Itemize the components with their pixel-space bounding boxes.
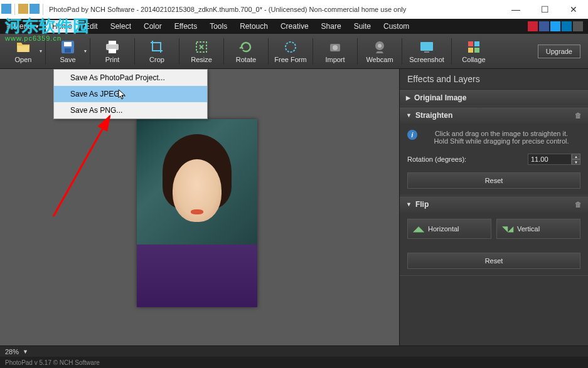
screenshot-icon: [419, 39, 434, 55]
flip-header[interactable]: ▼ Flip 🗑: [400, 196, 588, 213]
svg-point-10: [378, 44, 382, 48]
svg-rect-5: [109, 49, 116, 53]
printer-icon: [105, 39, 120, 55]
rotation-down[interactable]: ▼: [572, 159, 580, 165]
screenshot-button[interactable]: Screenshot: [404, 35, 450, 68]
tab-color[interactable]: Color: [137, 20, 168, 33]
share-icon[interactable]: [573, 21, 583, 31]
flip-horizontal-icon: ◢◣: [413, 224, 424, 233]
footer: PhotoPad v 5.17 © NCH Software: [0, 357, 588, 368]
chevron-down-icon: ▼: [406, 201, 412, 208]
menubar: ≡Menu▼ Home Edit Select Color Effects To…: [0, 19, 588, 34]
chevron-down-icon: ▼: [406, 112, 412, 118]
webcam-icon: [372, 39, 387, 55]
tab-retouch[interactable]: Retouch: [233, 20, 274, 33]
flip-horizontal-button[interactable]: ◢◣ Horizontal: [407, 219, 491, 239]
svg-rect-14: [474, 41, 479, 46]
straighten-reset-button[interactable]: Reset: [407, 172, 580, 189]
statusbar: 28% ▼: [0, 345, 588, 357]
trash-icon[interactable]: 🗑: [575, 201, 582, 208]
tab-select[interactable]: Select: [104, 20, 137, 33]
tab-edit[interactable]: Edit: [78, 20, 104, 33]
svg-rect-13: [468, 41, 473, 46]
menu-button[interactable]: ≡Menu▼: [0, 20, 46, 33]
tab-effects[interactable]: Effects: [168, 20, 203, 33]
titlebar: PhotoPad by NCH Software - 2014021021530…: [0, 0, 588, 19]
rotation-input[interactable]: [528, 154, 572, 165]
print-button[interactable]: Print: [92, 35, 133, 68]
twitter-icon[interactable]: [550, 21, 560, 31]
flip-reset-button[interactable]: Reset: [407, 253, 580, 269]
tab-share[interactable]: Share: [315, 20, 348, 33]
canvas-area[interactable]: Save As PhotoPad Project... Save As JPEG…: [0, 69, 399, 345]
close-button[interactable]: ✕: [559, 0, 588, 19]
info-icon: i: [407, 130, 417, 140]
freeform-button[interactable]: Free Form: [270, 35, 311, 68]
import-button[interactable]: Import: [314, 35, 356, 68]
resize-button[interactable]: Resize: [181, 35, 222, 68]
effects-panel: Effects and Layers ▶ Original Image ▼ St…: [399, 69, 588, 345]
svg-rect-12: [424, 51, 429, 53]
flip-vertical-icon: ◥◢: [502, 224, 513, 233]
original-image-header[interactable]: ▶ Original Image: [400, 90, 588, 106]
straighten-header[interactable]: ▼ Straighten 🗑: [400, 107, 588, 124]
svg-line-17: [53, 116, 110, 216]
zoom-level[interactable]: 28%: [5, 348, 19, 355]
straighten-info: Click and drag on the image to straighte…: [422, 130, 580, 145]
svg-rect-4: [109, 41, 116, 45]
like-icon[interactable]: [528, 21, 538, 31]
annotation-arrow: [41, 110, 129, 223]
panel-title: Effects and Layers: [400, 69, 588, 89]
svg-rect-16: [474, 48, 479, 53]
app-icon: [1, 4, 11, 14]
webcam-button[interactable]: Webcam: [359, 35, 400, 68]
toolbar: Open ▼ Save ▼ Print Crop Resize Rotate F…: [0, 34, 588, 69]
open-button[interactable]: Open ▼: [3, 35, 44, 68]
rotate-button[interactable]: Rotate: [225, 35, 267, 68]
import-icon: [328, 39, 343, 55]
upgrade-button[interactable]: Upgrade: [538, 45, 580, 58]
folder-open-icon: [16, 39, 31, 55]
titlebar-quick-icons: [0, 4, 45, 15]
crop-icon: [149, 39, 164, 55]
save-dropdown-menu: Save As PhotoPad Project... Save As JPEG…: [53, 69, 208, 119]
svg-rect-11: [420, 42, 433, 51]
linkedin-icon[interactable]: [562, 21, 572, 31]
save-as-jpeg-item[interactable]: Save As JPEG...: [54, 86, 207, 102]
rotation-up[interactable]: ▲: [572, 154, 580, 159]
maximize-button[interactable]: ☐: [530, 0, 559, 19]
collage-icon: [466, 39, 481, 55]
photo-canvas[interactable]: [137, 119, 257, 307]
social-icons: [528, 21, 588, 31]
chevron-down-icon[interactable]: ▼: [23, 349, 28, 355]
save-button[interactable]: Save ▼: [47, 35, 88, 68]
facebook-icon[interactable]: [539, 21, 549, 31]
flip-vertical-button[interactable]: ◥◢ Vertical: [496, 219, 580, 239]
rotation-label: Rotation (degrees):: [407, 155, 528, 163]
tab-custom[interactable]: Custom: [377, 20, 415, 33]
tab-home[interactable]: Home: [46, 20, 78, 33]
freeform-icon: [283, 39, 298, 55]
trash-icon[interactable]: 🗑: [575, 112, 582, 119]
qat-save-icon[interactable]: [29, 4, 40, 14]
svg-rect-15: [468, 48, 473, 53]
save-as-project-item[interactable]: Save As PhotoPad Project...: [54, 70, 207, 86]
tab-suite[interactable]: Suite: [348, 20, 377, 33]
svg-point-8: [333, 45, 338, 50]
tab-tools[interactable]: Tools: [203, 20, 233, 33]
open-dropdown[interactable]: ▼: [38, 35, 44, 68]
qat-open-icon[interactable]: [18, 4, 28, 14]
save-as-png-item[interactable]: Save As PNG...: [54, 102, 207, 118]
resize-icon: [194, 39, 209, 55]
svg-rect-1: [64, 42, 72, 46]
tab-creative[interactable]: Creative: [274, 20, 315, 33]
rotate-icon: [238, 39, 254, 55]
crop-button[interactable]: Crop: [136, 35, 178, 68]
chevron-right-icon: ▶: [406, 95, 410, 101]
svg-rect-2: [65, 48, 71, 53]
save-dropdown[interactable]: ▼: [82, 35, 88, 68]
collage-button[interactable]: Collage: [453, 35, 494, 68]
save-icon: [60, 39, 75, 55]
minimize-button[interactable]: —: [501, 0, 530, 19]
window-title: PhotoPad by NCH Software - 2014021021530…: [45, 6, 501, 13]
